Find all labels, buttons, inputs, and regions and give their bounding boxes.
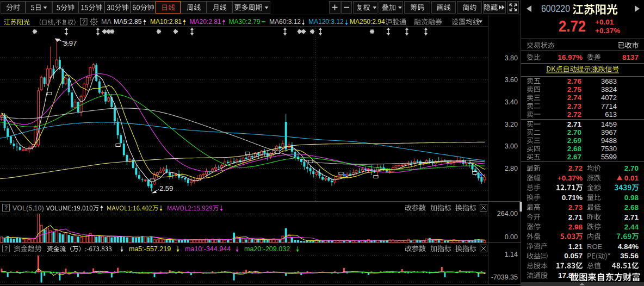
svg-text:2.70: 2.70: [567, 128, 581, 136]
svg-text:MA30:2.79: MA30:2.79: [229, 18, 261, 26]
svg-text:2.72: 2.72: [568, 164, 583, 172]
svg-text:5599: 5599: [601, 153, 617, 161]
svg-text:0.057: 0.057: [564, 252, 583, 260]
svg-text:2.70: 2.70: [624, 164, 639, 172]
svg-text:2.74: 2.74: [567, 94, 582, 102]
svg-text:2.71: 2.71: [568, 213, 583, 221]
svg-text:MA10:2.81: MA10:2.81: [150, 18, 182, 26]
svg-text:MA120:3.12: MA120:3.12: [308, 18, 344, 26]
svg-text:2.69: 2.69: [567, 136, 581, 145]
svg-text:2.67: 2.67: [567, 153, 581, 161]
svg-text:2.73: 2.73: [567, 102, 582, 110]
svg-text:MA: MA: [101, 18, 112, 26]
svg-text:1459: 1459: [601, 120, 617, 128]
svg-text:MA5:2.85: MA5:2.85: [114, 18, 142, 26]
svg-text:2.68: 2.68: [624, 203, 639, 212]
svg-text:2.44: 2.44: [624, 223, 639, 231]
svg-text:3683: 3683: [601, 77, 617, 85]
svg-text:0.98: 0.98: [624, 194, 639, 202]
svg-text:2.72: 2.72: [559, 17, 586, 35]
svg-text:264.00: 264.00: [497, 210, 518, 217]
svg-text:2.98: 2.98: [568, 223, 583, 231]
svg-text:3.80: 3.80: [505, 54, 518, 62]
svg-text:MA20:2.81: MA20:2.81: [190, 18, 221, 26]
svg-text:2.73: 2.73: [568, 203, 583, 212]
svg-text:2.68: 2.68: [567, 145, 582, 153]
svg-text:4072: 4072: [601, 94, 617, 102]
svg-text:2.71: 2.71: [567, 120, 582, 128]
svg-text:4.84%: 4.84%: [618, 243, 639, 251]
svg-text:8137: 8137: [622, 53, 639, 61]
svg-text:613: 613: [605, 110, 617, 119]
svg-text:3.00: 3.00: [505, 142, 518, 150]
svg-text:ma5:-557.219: ma5:-557.219: [129, 245, 171, 253]
svg-text:3.97: 3.97: [63, 39, 77, 47]
svg-text:3824: 3824: [601, 85, 617, 94]
svg-text:3.60: 3.60: [505, 76, 518, 84]
svg-text:+0.37%: +0.37%: [595, 27, 620, 35]
svg-text:9488: 9488: [601, 136, 617, 145]
svg-text:MA60:3.12: MA60:3.12: [269, 18, 301, 26]
svg-text:ma20:-209.032: ma20:-209.032: [244, 245, 290, 253]
svg-text:+0.01: +0.01: [595, 18, 614, 26]
svg-text:2.75: 2.75: [567, 85, 582, 94]
svg-text:7530: 7530: [601, 145, 617, 153]
svg-text:1.14: 1.14: [505, 251, 518, 258]
svg-text:VOL(5,10): VOL(5,10): [13, 204, 44, 212]
svg-text:7714: 7714: [601, 102, 617, 110]
svg-text:ROE: ROE: [587, 243, 603, 251]
svg-text:?: ?: [4, 205, 8, 211]
svg-text:2.80: 2.80: [505, 165, 518, 172]
svg-text:MA250:2.94: MA250:2.94: [350, 18, 385, 26]
svg-text:ma10:-344.944: ma10:-344.944: [185, 245, 231, 253]
svg-text:600220: 600220: [541, 3, 570, 14]
svg-text:0.00: 0.00: [505, 233, 518, 241]
svg-text:1.21: 1.21: [568, 243, 583, 251]
svg-text:+0.37%: +0.37%: [558, 174, 583, 182]
svg-text:-7039.35: -7039.35: [491, 273, 518, 281]
svg-text:2.76: 2.76: [567, 77, 582, 85]
svg-text:2.59: 2.59: [159, 184, 173, 192]
svg-text:35.56: 35.56: [620, 252, 639, 260]
svg-text:?: ?: [82, 18, 85, 25]
svg-text:3967: 3967: [601, 128, 617, 136]
svg-text:16.97%: 16.97%: [558, 53, 583, 61]
svg-text:2.71: 2.71: [624, 213, 639, 221]
svg-text:0.71%: 0.71%: [562, 194, 583, 202]
svg-text:2.72: 2.72: [567, 110, 581, 119]
svg-text:0.01: 0.01: [624, 174, 639, 182]
svg-text:3.20: 3.20: [505, 121, 518, 128]
svg-text:3.40: 3.40: [505, 98, 518, 106]
svg-text:?: ?: [4, 246, 8, 252]
